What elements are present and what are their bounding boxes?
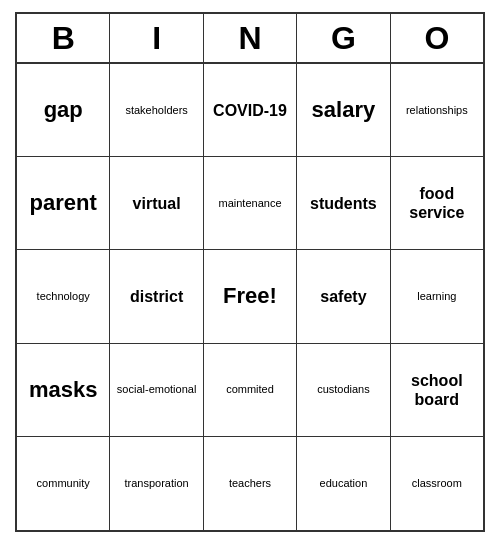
cell-text-2-4: learning [417,290,456,303]
bingo-cell-0-1: stakeholders [110,64,203,157]
bingo-card: BINGO gapstakeholdersCOVID-19salaryrelat… [15,12,485,532]
bingo-cell-2-0: technology [17,250,110,343]
bingo-cell-1-1: virtual [110,157,203,250]
bingo-cell-2-3: safety [297,250,390,343]
bingo-cell-2-1: district [110,250,203,343]
bingo-row-1: parentvirtualmaintenancestudentsfood ser… [17,157,483,250]
cell-text-4-3: education [320,477,368,490]
bingo-cell-0-2: COVID-19 [204,64,297,157]
bingo-cell-3-2: commited [204,344,297,437]
bingo-cell-3-4: school board [391,344,483,437]
cell-text-2-1: district [130,287,183,306]
header-letter-i: I [110,14,203,64]
bingo-cell-0-0: gap [17,64,110,157]
cell-text-1-1: virtual [133,194,181,213]
bingo-cell-4-1: transporation [110,437,203,530]
bingo-cell-4-0: community [17,437,110,530]
bingo-row-2: technologydistrictFree!safetylearning [17,250,483,343]
header-letter-n: N [204,14,297,64]
bingo-cell-4-4: classroom [391,437,483,530]
bingo-row-4: communitytransporationteacherseducationc… [17,437,483,530]
cell-text-0-1: stakeholders [125,104,187,117]
cell-text-3-4: school board [395,371,479,409]
bingo-cell-4-3: education [297,437,390,530]
cell-text-0-4: relationships [406,104,468,117]
header-letter-g: G [297,14,390,64]
bingo-grid: gapstakeholdersCOVID-19salaryrelationshi… [17,64,483,530]
bingo-cell-0-3: salary [297,64,390,157]
bingo-cell-3-1: social-emotional [110,344,203,437]
cell-text-3-0: masks [29,377,98,403]
cell-text-0-3: salary [312,97,376,123]
cell-text-1-3: students [310,194,377,213]
cell-text-3-2: commited [226,383,274,396]
bingo-header: BINGO [17,14,483,64]
cell-text-4-1: transporation [125,477,189,490]
cell-text-4-4: classroom [412,477,462,490]
cell-text-1-2: maintenance [219,197,282,210]
cell-text-3-1: social-emotional [117,383,196,396]
bingo-cell-3-0: masks [17,344,110,437]
cell-text-2-2: Free! [223,283,277,309]
bingo-cell-2-4: learning [391,250,483,343]
cell-text-3-3: custodians [317,383,370,396]
bingo-cell-2-2: Free! [204,250,297,343]
bingo-cell-1-3: students [297,157,390,250]
bingo-row-3: maskssocial-emotionalcommitedcustodianss… [17,344,483,437]
bingo-cell-3-3: custodians [297,344,390,437]
bingo-cell-1-0: parent [17,157,110,250]
bingo-row-0: gapstakeholdersCOVID-19salaryrelationshi… [17,64,483,157]
header-letter-o: O [391,14,483,64]
header-letter-b: B [17,14,110,64]
bingo-cell-1-2: maintenance [204,157,297,250]
cell-text-4-0: community [37,477,90,490]
cell-text-2-3: safety [320,287,366,306]
bingo-cell-0-4: relationships [391,64,483,157]
bingo-cell-4-2: teachers [204,437,297,530]
cell-text-4-2: teachers [229,477,271,490]
cell-text-0-2: COVID-19 [213,101,287,120]
cell-text-1-0: parent [30,190,97,216]
cell-text-2-0: technology [37,290,90,303]
cell-text-0-0: gap [44,97,83,123]
cell-text-1-4: food service [395,184,479,222]
bingo-cell-1-4: food service [391,157,483,250]
